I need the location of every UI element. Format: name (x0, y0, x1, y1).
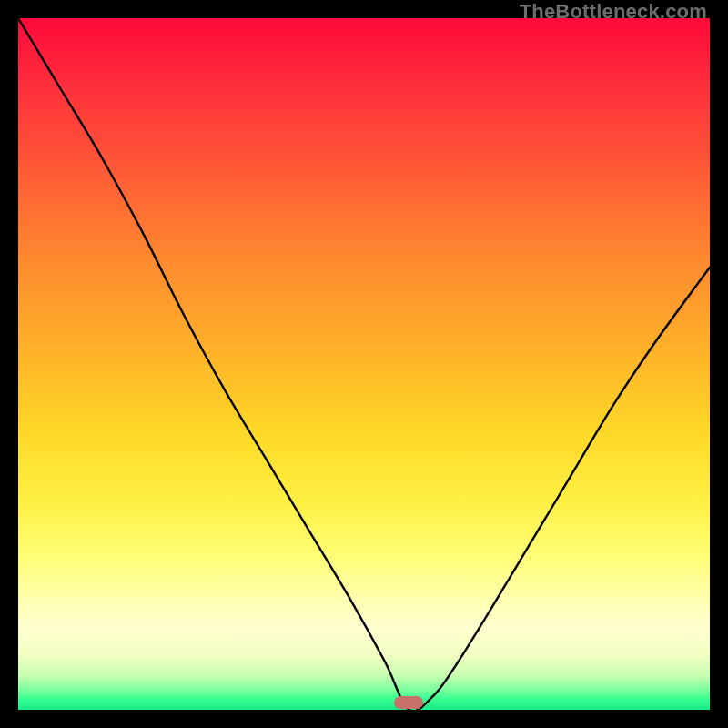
plot-area (18, 18, 710, 710)
minimum-marker (394, 696, 423, 709)
chart-frame: TheBottleneck.com (0, 0, 728, 728)
bottleneck-curve (18, 18, 710, 710)
